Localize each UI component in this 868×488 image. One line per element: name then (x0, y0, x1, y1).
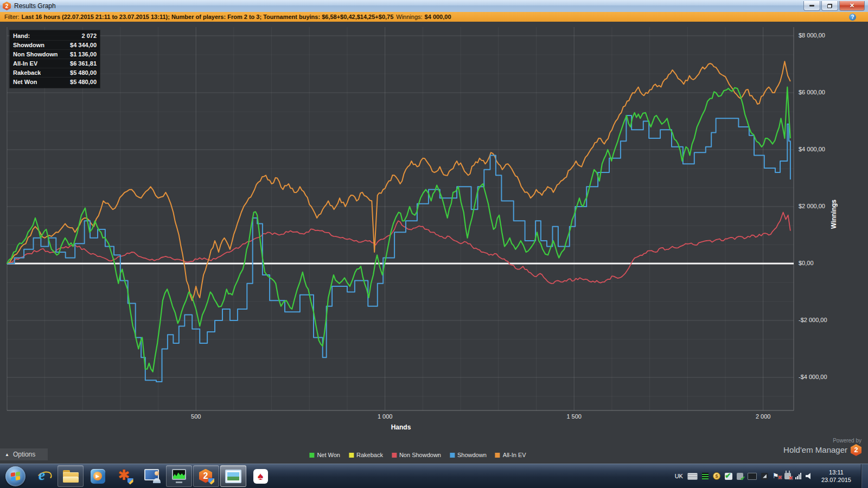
internet-explorer-icon: e (36, 468, 51, 484)
taskbar-button-internet-explorer[interactable]: e (30, 465, 56, 487)
system-tray: UK$✔✔⚑✕✕13:1123.07.2015 (675, 464, 868, 488)
legend-item[interactable]: Net Won (309, 452, 340, 458)
remote-connection-icon[interactable] (761, 473, 768, 480)
filter-label: Filter: (0, 14, 20, 20)
close-button[interactable]: ✕ (839, 1, 865, 11)
hm2-app-icon: 2 (3, 2, 11, 10)
powered-by-line2: Hold'em Manager (783, 444, 847, 456)
hm2-logo: 2 (851, 444, 861, 456)
series-non-showdown (7, 213, 790, 284)
legend-swatch (450, 453, 455, 458)
winnings-value: $4 000,00 (425, 14, 451, 20)
results-graph-window: 2 Results Graph ✕ Filter: Last 16 hours … (0, 0, 868, 488)
x-axis-tick: 500 (191, 413, 201, 420)
windows-explorer-icon (63, 470, 79, 483)
taskbar-clock[interactable]: 13:1123.07.2015 (821, 468, 851, 484)
security-suite-icon: ✱ (118, 469, 132, 484)
minimize-button[interactable] (803, 1, 820, 11)
x-axis-tick: 2 000 (756, 413, 771, 420)
legend-swatch (495, 453, 500, 458)
legend-swatch (392, 453, 397, 458)
y-axis-tick: $8 000,00 (799, 32, 825, 38)
y-axis-tick: -$2 000,00 (799, 317, 827, 323)
taskbar-button-media-player[interactable]: ▶ (85, 465, 111, 487)
y-axis-tick: $4 000,00 (799, 146, 825, 152)
signal-strength-icon[interactable] (795, 473, 801, 479)
legend-item[interactable]: Non Showdown (392, 452, 441, 458)
volume-icon[interactable] (806, 473, 814, 480)
antivirus-ok-icon[interactable]: ✔ (725, 473, 732, 480)
winnings-label: Winnings: (396, 14, 422, 20)
y-axis-tick: $6 000,00 (799, 89, 825, 95)
legend-item[interactable]: All-In EV (495, 452, 526, 458)
remote-assistance-icon (144, 469, 159, 483)
start-button[interactable] (5, 466, 25, 486)
power-disconnected-icon[interactable]: ✕ (784, 473, 791, 479)
options-label: Options (13, 451, 35, 458)
title-bar[interactable]: 2 Results Graph ✕ (0, 0, 868, 12)
y-axis-tick: $2 000,00 (799, 203, 825, 209)
y-axis-tick: $0,00 (799, 260, 814, 266)
filter-text: Last 16 hours (22.07.2015 21:11 to 23.07… (22, 14, 394, 20)
taskbar-button-image-viewer[interactable] (220, 465, 246, 487)
stats-row: Non Showdown$1 136,00 (13, 49, 97, 59)
hover-stats-box: Hand:2 072Showdown$4 344,00Non Showdown$… (10, 30, 100, 88)
network-activity-icon[interactable] (702, 473, 709, 479)
series-showdown (7, 115, 790, 382)
y-axis-tick: -$4 000,00 (799, 374, 827, 380)
window-title: Results Graph (14, 2, 56, 10)
filter-bar[interactable]: Filter: Last 16 hours (22.07.2015 21:11 … (0, 12, 868, 22)
stats-row: Showdown$4 344,00 (13, 40, 97, 49)
taskbar-button-remote-assistance[interactable] (139, 465, 165, 487)
taskbar: e▶✱2♠ UK$✔✔⚑✕✕13:1123.07.2015 (0, 464, 868, 488)
taskbar-button-windows-explorer[interactable] (58, 465, 84, 487)
powered-by: Powered by Hold'em Manager 2 (783, 438, 861, 456)
series-net-won (7, 87, 790, 372)
coin-icon[interactable]: $ (713, 472, 720, 480)
caret-up-icon: ▲ (5, 452, 9, 457)
system-monitor-icon (171, 469, 187, 483)
keyboard-layout-icon[interactable] (687, 473, 698, 480)
show-desktop-button[interactable] (861, 464, 868, 488)
restore-button[interactable] (821, 1, 838, 11)
stats-row: All-In EV$6 361,81 (13, 59, 97, 68)
x-axis-tick: 1 500 (566, 413, 582, 420)
taskbar-button-pokerstars[interactable]: ♠ (247, 465, 273, 487)
x-axis-tick: 1 000 (378, 413, 393, 420)
options-button[interactable]: ▲ Options (0, 448, 48, 460)
powered-by-line1: Powered by (783, 438, 861, 444)
language-indicator[interactable]: UK (675, 473, 683, 479)
taskbar-button-security-suite[interactable]: ✱ (112, 465, 138, 487)
y-axis-title: Winnings (830, 200, 838, 229)
holdem-manager-2-icon: 2 (199, 469, 213, 484)
stats-row: Net Won$5 480,00 (13, 77, 97, 86)
stats-row: Hand:2 072 (13, 31, 97, 40)
image-viewer-icon (225, 470, 241, 483)
results-graph-canvas[interactable] (0, 22, 868, 464)
taskbar-button-holdem-manager-2[interactable]: 2 (193, 465, 219, 487)
legend-swatch (349, 453, 354, 458)
legend-swatch (309, 453, 314, 458)
pokerstars-icon: ♠ (253, 469, 268, 484)
legend-item[interactable]: Rakeback (349, 452, 383, 458)
help-icon[interactable]: ? (849, 14, 856, 21)
stats-row: Rakeback$5 480,00 (13, 68, 97, 77)
taskbar-button-system-monitor[interactable] (166, 465, 192, 487)
legend-item[interactable]: Showdown (450, 452, 487, 458)
x-axis-title: Hands (391, 423, 411, 431)
usb-device-icon[interactable]: ✔ (737, 473, 743, 480)
media-player-icon: ▶ (91, 469, 105, 484)
display-settings-icon[interactable] (748, 473, 757, 480)
series-all-in-ev (7, 61, 790, 300)
windows-flag-icon (11, 471, 21, 480)
action-center-alert-icon[interactable]: ⚑✕ (773, 472, 780, 480)
chart-legend: Net WonRakebackNon ShowdownShowdownAll-I… (309, 452, 526, 458)
